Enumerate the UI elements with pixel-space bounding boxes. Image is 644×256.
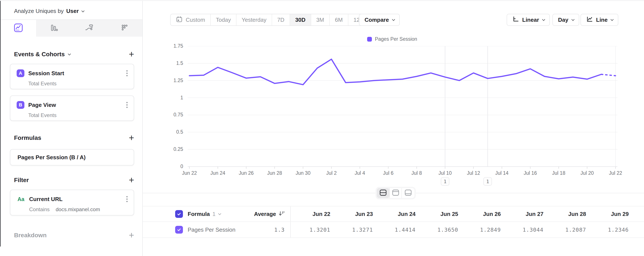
series-checkbox[interactable] bbox=[175, 226, 183, 234]
cell-value: 1.2346 bbox=[589, 227, 632, 233]
y-tick-label: 0.5 bbox=[151, 129, 183, 135]
report-type-tabs bbox=[1, 19, 142, 37]
insights-line-chart-icon bbox=[13, 23, 24, 34]
event-badge-b: B bbox=[17, 101, 24, 109]
annotation-badge[interactable]: 1 bbox=[441, 177, 450, 186]
date-column-values: 1.32011.32711.44141.36501.28491.30441.20… bbox=[291, 227, 632, 233]
select-all-checkbox[interactable] bbox=[175, 210, 183, 218]
formulas-title: Formulas bbox=[14, 134, 41, 141]
chart-svg bbox=[188, 46, 618, 170]
date-column-headers: Jun 22Jun 23Jun 24Jun 25Jun 26Jun 27Jun … bbox=[291, 211, 632, 217]
y-tick-label: 1.5 bbox=[151, 60, 183, 66]
scale-label: Linear bbox=[522, 16, 539, 23]
table-header-left-pane: Formula 1 Average bbox=[143, 206, 291, 222]
formulas-section-header: Formulas + bbox=[1, 133, 142, 143]
tab-bar-chart[interactable] bbox=[36, 20, 72, 37]
events-cohorts-section-header: Events & Cohorts + bbox=[1, 50, 142, 59]
chevron-down-icon bbox=[392, 18, 395, 21]
tab-flows[interactable] bbox=[72, 20, 107, 37]
toggle-chart-only[interactable] bbox=[390, 188, 402, 198]
filter-title: Filter bbox=[14, 177, 29, 184]
view-layout-toggle bbox=[376, 187, 416, 199]
date-column-header: Jun 22 bbox=[291, 211, 333, 217]
filter-card-current-url[interactable]: Aa Current URL Contains docs.mixpanel.co… bbox=[10, 190, 134, 216]
range-option-label: 7D bbox=[277, 16, 284, 23]
add-filter-button[interactable]: + bbox=[129, 176, 134, 185]
chart-type-line-button[interactable]: Line bbox=[580, 14, 618, 26]
legend-swatch bbox=[367, 37, 372, 42]
sort-descending-icon[interactable] bbox=[278, 210, 285, 218]
date-column-header: Jun 25 bbox=[418, 211, 461, 217]
cell-value: 1.3201 bbox=[291, 227, 333, 233]
average-column-label: Average bbox=[254, 211, 276, 217]
range-option-today[interactable]: Today bbox=[211, 14, 236, 25]
x-tick-label: Jul 4 bbox=[354, 170, 365, 176]
chevron-down-icon bbox=[572, 18, 574, 21]
annotation-badges: 11 bbox=[188, 177, 618, 187]
tab-retention[interactable] bbox=[107, 20, 142, 37]
analyze-entity-dropdown[interactable]: User bbox=[66, 8, 84, 14]
x-tick-label: Jul 20 bbox=[580, 170, 594, 176]
date-column-header: Jun 27 bbox=[504, 211, 546, 217]
formula-column-dropdown[interactable]: Formula 1 bbox=[188, 211, 220, 217]
event-card-page-view[interactable]: B Page View Total Events bbox=[10, 96, 134, 121]
y-tick-label: 1.75 bbox=[151, 43, 183, 49]
add-formula-button[interactable]: + bbox=[129, 133, 134, 142]
event-badge-a: A bbox=[17, 69, 24, 77]
event-options-kebab-icon[interactable] bbox=[126, 69, 128, 77]
range-option-custom[interactable]: Custom bbox=[170, 14, 211, 25]
y-tick-label: 1 bbox=[151, 95, 183, 101]
formula-card[interactable]: Pages Per Session (B / A) bbox=[10, 149, 134, 165]
add-event-button[interactable]: + bbox=[129, 50, 134, 59]
x-axis-labels: Jun 22Jun 24Jun 26Jun 28Jun 30Jul 2Jul 4… bbox=[188, 170, 618, 177]
event-aggregation[interactable]: Total Events bbox=[28, 81, 56, 87]
annotation-badge[interactable]: 1 bbox=[483, 177, 492, 186]
filter-operator[interactable]: Contains bbox=[29, 206, 50, 213]
x-tick-label: Jun 30 bbox=[296, 170, 310, 176]
compare-label: Compare bbox=[364, 16, 389, 23]
event-card-session-start[interactable]: A Session Start Total Events bbox=[10, 64, 134, 89]
line-chart-plot[interactable] bbox=[188, 46, 618, 170]
granularity-day-button[interactable]: Day bbox=[552, 14, 579, 26]
filter-value[interactable]: docs.mixpanel.com bbox=[56, 206, 100, 213]
event-options-kebab-icon[interactable] bbox=[126, 101, 128, 109]
filter-options-kebab-icon[interactable] bbox=[126, 195, 128, 203]
linear-axis-icon bbox=[512, 16, 519, 24]
scale-linear-button[interactable]: Linear bbox=[507, 14, 550, 26]
range-option-3m[interactable]: 3M bbox=[311, 14, 330, 25]
range-option-6m[interactable]: 6M bbox=[330, 14, 348, 25]
calendar-icon bbox=[176, 16, 186, 24]
range-option-yesterday[interactable]: Yesterday bbox=[236, 14, 272, 25]
bar-chart-icon bbox=[48, 23, 59, 34]
add-breakdown-button[interactable]: + bbox=[129, 231, 134, 240]
cell-value: 1.4414 bbox=[376, 227, 418, 233]
events-cohorts-title[interactable]: Events & Cohorts bbox=[14, 51, 70, 58]
tab-insights[interactable] bbox=[1, 20, 36, 37]
table-row-left-pane: Pages Per Session 1.3 bbox=[143, 222, 291, 238]
range-option-7d[interactable]: 7D bbox=[272, 14, 290, 25]
x-tick-label: Jun 24 bbox=[210, 170, 225, 176]
formula-expression: Pages Per Session (B / A) bbox=[18, 154, 86, 161]
analyze-label: Analyze Uniques by bbox=[14, 8, 64, 14]
chart-only-icon bbox=[392, 189, 399, 197]
chevron-down-icon bbox=[218, 212, 221, 215]
range-option-label: 3M bbox=[316, 16, 324, 23]
compare-button[interactable]: Compare bbox=[359, 14, 400, 26]
x-tick-label: Jul 22 bbox=[609, 170, 622, 176]
x-tick-label: Jun 28 bbox=[267, 170, 282, 176]
range-option-label: 30D bbox=[295, 16, 306, 23]
event-aggregation[interactable]: Total Events bbox=[28, 112, 56, 118]
date-column-header: Jun 24 bbox=[376, 211, 418, 217]
event-title: Session Start bbox=[28, 70, 126, 77]
flows-icon bbox=[84, 23, 94, 34]
date-column-header: Jun 29 bbox=[589, 211, 632, 217]
analyze-entity-value: User bbox=[66, 8, 79, 14]
toggle-split-view[interactable] bbox=[377, 188, 390, 198]
range-option-30d[interactable]: 30D bbox=[290, 14, 311, 25]
toggle-table-only[interactable] bbox=[402, 188, 414, 198]
y-tick-label: 0.25 bbox=[151, 146, 183, 152]
breakdown-label: Breakdown bbox=[14, 232, 47, 239]
x-tick-label: Jul 12 bbox=[467, 170, 480, 176]
event-title: Page View bbox=[28, 102, 126, 108]
range-option-label: Custom bbox=[186, 16, 205, 23]
